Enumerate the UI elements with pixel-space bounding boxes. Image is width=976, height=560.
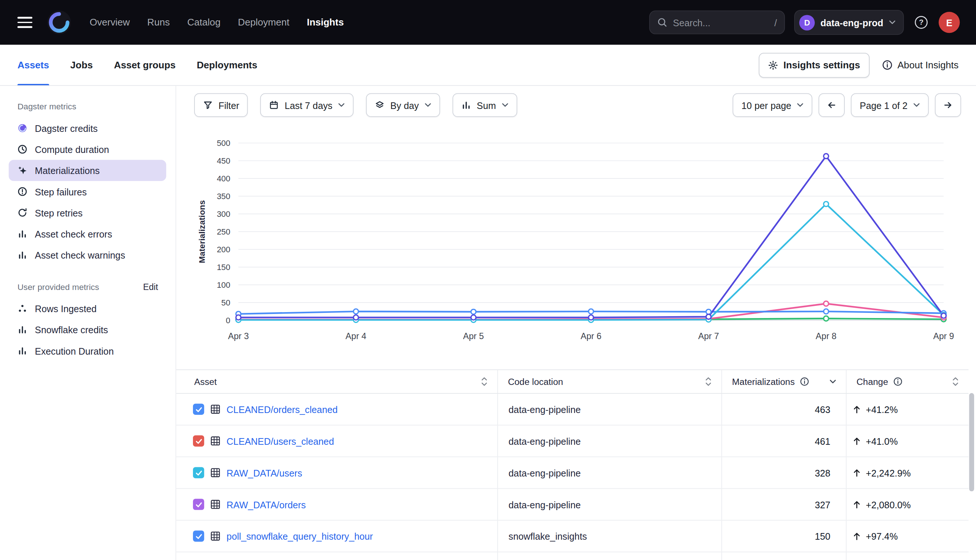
asset-link[interactable]: RAW_DATA/orders bbox=[227, 499, 306, 510]
change-cell bbox=[847, 552, 969, 560]
aggregation-button[interactable]: Sum bbox=[453, 93, 517, 117]
tab-asset-groups[interactable]: Asset groups bbox=[114, 45, 175, 85]
bar-chart-icon bbox=[17, 229, 27, 239]
deployment-avatar: D bbox=[799, 15, 815, 30]
column-header-materializations[interactable]: Materializations bbox=[722, 370, 847, 393]
granularity-button[interactable]: By day bbox=[366, 93, 440, 117]
sidebar-item-asset-check-errors[interactable]: Asset check errors bbox=[0, 223, 175, 244]
svg-text:400: 400 bbox=[217, 174, 230, 183]
sort-icon[interactable] bbox=[952, 377, 959, 386]
up-arrow-icon bbox=[852, 405, 861, 414]
code-location-cell bbox=[498, 552, 722, 560]
next-page-button[interactable] bbox=[935, 93, 961, 117]
sidebar-item-label: Compute duration bbox=[35, 144, 109, 155]
materializations-cell: 150 bbox=[722, 520, 847, 552]
date-range-button[interactable]: Last 7 days bbox=[260, 93, 353, 117]
sidebar-item-asset-check-warnings[interactable]: Asset check warnings bbox=[0, 245, 175, 266]
compute-duration-icon bbox=[17, 145, 27, 154]
date-range-label: Last 7 days bbox=[285, 100, 333, 110]
asset-link[interactable]: poll_snowflake_query_history_hour bbox=[227, 531, 373, 542]
search-placeholder: Search... bbox=[673, 17, 769, 28]
page-selector-button[interactable]: Page 1 of 2 bbox=[851, 93, 929, 117]
sidebar-item-execution-duration[interactable]: Execution Duration bbox=[0, 340, 175, 361]
asset-link[interactable]: CLEANED/orders_cleaned bbox=[227, 404, 338, 415]
sidebar-item-step-failures[interactable]: Step failures bbox=[0, 181, 175, 202]
info-icon[interactable] bbox=[893, 377, 902, 386]
table-scrollbar[interactable] bbox=[969, 393, 974, 491]
per-page-button[interactable]: 10 per page bbox=[733, 93, 812, 117]
svg-text:450: 450 bbox=[217, 156, 230, 165]
search-icon bbox=[657, 17, 667, 27]
table-asset-icon bbox=[211, 531, 221, 541]
calendar-icon bbox=[269, 100, 279, 110]
row-checkbox[interactable] bbox=[193, 467, 204, 478]
dagster-metrics-list: Dagster creditsCompute durationMateriali… bbox=[0, 117, 175, 266]
row-checkbox[interactable] bbox=[193, 435, 204, 447]
code-location-cell: data-eng-pipeline bbox=[498, 489, 722, 520]
tab-jobs[interactable]: Jobs bbox=[70, 45, 93, 85]
tab-assets[interactable]: Assets bbox=[17, 45, 49, 85]
asset-link[interactable]: RAW_DATA/users bbox=[227, 467, 302, 478]
info-icon bbox=[882, 60, 892, 70]
svg-text:?: ? bbox=[919, 18, 924, 26]
prev-page-button[interactable] bbox=[819, 93, 845, 117]
table-row: poll_snowflake_query_history_hour snowfl… bbox=[176, 520, 968, 552]
code-location-cell: data-eng-pipeline bbox=[498, 425, 722, 457]
row-checkbox[interactable] bbox=[193, 530, 204, 542]
sidebar-item-snowflake-credits[interactable]: Snowflake credits bbox=[0, 319, 175, 340]
row-checkbox[interactable] bbox=[193, 499, 204, 510]
search-input[interactable]: Search... / bbox=[649, 11, 785, 34]
nav-item-overview[interactable]: Overview bbox=[89, 17, 130, 28]
info-icon[interactable] bbox=[800, 377, 809, 386]
sort-desc-icon[interactable] bbox=[829, 379, 837, 384]
chevron-down-icon bbox=[502, 103, 509, 107]
sidebar-item-label: Asset check errors bbox=[35, 229, 112, 239]
asset-link[interactable]: CLEANED/users_cleaned bbox=[227, 435, 334, 446]
aggregation-label: Sum bbox=[477, 100, 496, 110]
table-asset-icon bbox=[211, 499, 221, 509]
nav-item-catalog[interactable]: Catalog bbox=[187, 17, 221, 28]
up-arrow-icon bbox=[852, 436, 861, 445]
user-avatar[interactable]: E bbox=[939, 12, 960, 33]
assets-table: Asset Code location Materializations bbox=[176, 369, 968, 560]
change-cell: +2,080.0% bbox=[847, 489, 969, 520]
deployment-switcher[interactable]: D data-eng-prod bbox=[794, 10, 904, 35]
dagster-logo-icon[interactable] bbox=[46, 9, 72, 35]
sidebar-item-compute-duration[interactable]: Compute duration bbox=[0, 138, 175, 160]
row-checkbox[interactable] bbox=[193, 404, 204, 415]
nav-item-insights[interactable]: Insights bbox=[307, 17, 344, 28]
column-header-change[interactable]: Change bbox=[847, 370, 969, 393]
sidebar-item-materializations[interactable]: Materializations bbox=[9, 160, 166, 181]
table-header: Asset Code location Materializations bbox=[176, 369, 968, 394]
column-header-code-location[interactable]: Code location bbox=[498, 370, 722, 393]
sidebar-item-dagster-credits[interactable]: Dagster credits bbox=[0, 117, 175, 138]
sort-icon[interactable] bbox=[705, 377, 712, 386]
filter-button[interactable]: Filter bbox=[194, 93, 248, 117]
metrics-sidebar: Dagster metrics Dagster creditsCompute d… bbox=[0, 86, 176, 560]
chevron-down-icon bbox=[338, 103, 345, 107]
svg-text:Apr 8: Apr 8 bbox=[816, 331, 836, 341]
change-value: +41.2% bbox=[866, 404, 897, 415]
sidebar-item-step-retries[interactable]: Step retries bbox=[0, 202, 175, 223]
materializations-cell: 328 bbox=[722, 457, 847, 488]
insights-settings-button[interactable]: Insights settings bbox=[759, 52, 869, 77]
about-insights-link[interactable]: About Insights bbox=[882, 60, 958, 70]
table-row: CLEANED/orders_cleaned data-eng-pipeline… bbox=[176, 394, 968, 425]
tab-deployments[interactable]: Deployments bbox=[197, 45, 257, 85]
svg-text:Apr 4: Apr 4 bbox=[346, 331, 366, 341]
sidebar-item-rows-ingested[interactable]: Rows Ingested bbox=[0, 298, 175, 319]
nav-item-runs[interactable]: Runs bbox=[147, 17, 170, 28]
sort-icon[interactable] bbox=[481, 377, 488, 386]
help-icon[interactable]: ? bbox=[913, 14, 929, 31]
insights-settings-label: Insights settings bbox=[784, 60, 860, 70]
svg-text:150: 150 bbox=[217, 263, 230, 272]
chevron-down-icon bbox=[913, 103, 920, 107]
nav-item-deployment[interactable]: Deployment bbox=[238, 17, 289, 28]
bar-chart-icon bbox=[17, 346, 27, 356]
menu-icon[interactable] bbox=[17, 17, 32, 28]
edit-metrics-link[interactable]: Edit bbox=[143, 282, 158, 292]
change-cell: +2,242.9% bbox=[847, 457, 969, 488]
change-value: +41.0% bbox=[866, 435, 897, 446]
svg-text:250: 250 bbox=[217, 227, 230, 237]
column-header-asset[interactable]: Asset bbox=[176, 370, 498, 393]
